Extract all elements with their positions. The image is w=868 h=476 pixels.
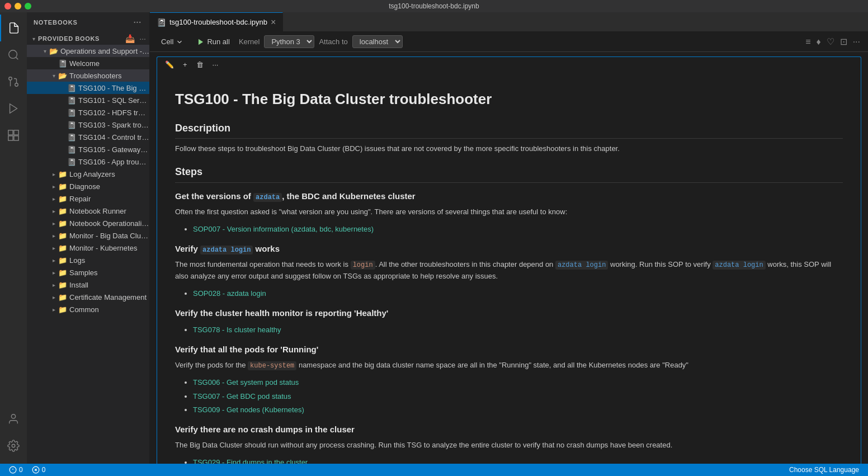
- activity-search[interactable]: [0, 41, 27, 68]
- cell-edit-btn[interactable]: ✏️: [162, 59, 177, 70]
- step3-heading: Verify the cluster health monitor is rep…: [175, 307, 843, 320]
- cell-delete-btn[interactable]: 🗑: [193, 59, 207, 70]
- sidebar-item-tsg106[interactable]: 📓 TSG106 - App troubleshoo...: [27, 155, 149, 168]
- description-heading: Description: [175, 120, 843, 139]
- kernel-select[interactable]: Python 3: [264, 35, 314, 48]
- run-all-btn[interactable]: Run all: [192, 36, 234, 48]
- sidebar-item-monitor-bdc[interactable]: 📁 Monitor - Big Data Cluster: [27, 229, 149, 242]
- cell-btn[interactable]: Cell: [157, 36, 188, 48]
- common-label: Common: [69, 305, 149, 314]
- sop028-link[interactable]: SOP028 - azdata login: [193, 289, 266, 298]
- sidebar-item-tsg103[interactable]: 📓 TSG103 - Spark troubleshoo...: [27, 119, 149, 131]
- sidebar-item-welcome[interactable]: 📓 Welcome: [27, 57, 149, 69]
- tsg009-link[interactable]: TSG009 - Get nodes (Kubernetes): [193, 406, 304, 414]
- sidebar-item-tsg102[interactable]: 📓 TSG102 - HDFS troubleshoo...: [27, 106, 149, 119]
- status-language[interactable]: Choose SQL Language: [785, 466, 864, 474]
- tsg007-link[interactable]: TSG007 - Get BDC pod status: [193, 392, 291, 400]
- sidebar-item-install[interactable]: 📁 Install: [27, 279, 149, 291]
- svg-rect-9: [14, 136, 18, 140]
- step3-links: TSG078 - Is cluster healthy: [193, 324, 843, 336]
- warning-count: 0: [19, 466, 23, 474]
- sidebar-provided-books-header[interactable]: PROVIDED BOOKS 📥 ···: [27, 32, 149, 45]
- activity-extensions[interactable]: [0, 122, 27, 149]
- tab-bar: 📓 tsg100-troubleshoot-bdc.ipynb ×: [150, 12, 868, 32]
- sidebar-item-notebook-runner[interactable]: 📁 Notebook Runner: [27, 205, 149, 217]
- sop007-link[interactable]: SOP007 - Version information (azdata, bd…: [193, 225, 374, 233]
- activity-bar: [0, 12, 27, 464]
- tsg100-label: TSG100 - The Big Data Clu...: [78, 84, 149, 92]
- tsg078-link[interactable]: TSG078 - Is cluster healthy: [193, 326, 281, 334]
- sidebar-header-icons: ···: [133, 17, 143, 28]
- attach-select[interactable]: localhost: [352, 35, 403, 48]
- tab-tsg100[interactable]: 📓 tsg100-troubleshoot-bdc.ipynb ×: [150, 12, 283, 32]
- activity-account[interactable]: [0, 406, 27, 432]
- svg-point-3: [9, 77, 12, 81]
- sidebar-item-cert-mgmt[interactable]: 📁 Certificate Management: [27, 291, 149, 303]
- sidebar-item-tsg104[interactable]: 📓 TSG104 - Control troubles...: [27, 131, 149, 143]
- monitor-bdc-arrow: [49, 233, 58, 239]
- toolbar-filter-btn[interactable]: ≡: [804, 36, 812, 48]
- log-analyzers-label: Log Analyzers: [69, 170, 149, 178]
- folder-diagnose-icon: 📁: [58, 182, 67, 191]
- sidebar-item-log-analyzers[interactable]: 📁 Log Analyzers: [27, 168, 149, 180]
- status-warnings[interactable]: 0: [4, 466, 27, 474]
- sidebar-item-monitor-k8s[interactable]: 📁 Monitor - Kubernetes: [27, 242, 149, 254]
- folder-monitor-k8s-icon: 📁: [58, 244, 67, 252]
- toolbar-more-btn[interactable]: ···: [852, 36, 861, 48]
- minimize-traffic-light[interactable]: [15, 3, 21, 10]
- sidebar-item-tsg100[interactable]: 📓 TSG100 - The Big Data Clu...: [27, 82, 149, 94]
- activity-files[interactable]: [0, 15, 27, 41]
- toolbar-split-btn[interactable]: ⊡: [839, 35, 848, 48]
- step4-body: Verify the pods for the kube-system name…: [175, 360, 843, 371]
- sidebar-item-tsg105[interactable]: 📓 TSG105 - Gateway trouble...: [27, 143, 149, 155]
- sidebar-item-logs[interactable]: 📁 Logs: [27, 254, 149, 266]
- toolbar-heart-btn[interactable]: ♡: [825, 35, 836, 48]
- sidebar-item-diagnose[interactable]: 📁 Diagnose: [27, 180, 149, 192]
- folder-open-icon: 📂: [49, 47, 58, 55]
- step1-links: SOP007 - Version information (azdata, bd…: [193, 224, 843, 235]
- step2-body: The most fundemental operation that need…: [175, 259, 843, 282]
- notebook-main-cell: TSG100 - The Big Data Cluster troublesho…: [157, 72, 861, 464]
- sidebar-item-common[interactable]: 📁 Common: [27, 303, 149, 315]
- notebook-tsg103-icon: 📓: [67, 121, 76, 129]
- cell-more-btn[interactable]: ···: [209, 59, 222, 70]
- status-errors[interactable]: 0: [27, 466, 50, 474]
- cell-add-btn[interactable]: +: [180, 59, 191, 70]
- notebook-icon-welcome: 📓: [58, 59, 67, 68]
- sidebar-item-repair[interactable]: 📁 Repair: [27, 192, 149, 205]
- sidebar-item-tsg101[interactable]: 📓 TSG101 - SQL Server troub...: [27, 94, 149, 106]
- add-book-btn[interactable]: 📥: [124, 33, 136, 44]
- app-container: NOTEBOOKS ··· PROVIDED BOOKS 📥 ··· 📂 Ope…: [0, 12, 868, 464]
- activity-source-control[interactable]: [0, 68, 27, 95]
- repair-label: Repair: [69, 195, 149, 203]
- sidebar-more-btn[interactable]: ···: [133, 17, 143, 28]
- activity-settings[interactable]: [0, 432, 27, 459]
- common-arrow: [49, 307, 58, 313]
- tsg104-label: TSG104 - Control troubles...: [78, 133, 149, 142]
- more-books-btn[interactable]: ···: [138, 33, 147, 44]
- notebook-tsg104-icon: 📓: [67, 133, 76, 142]
- tab-close-btn[interactable]: ×: [271, 18, 276, 27]
- steps-heading: Steps: [175, 164, 843, 183]
- tsg029-link[interactable]: TSG029 - Find dumps in the cluster: [193, 458, 308, 464]
- tsg006-link[interactable]: TSG006 - Get system pod status: [193, 378, 299, 387]
- nb-ops-label: Notebook Operationalization: [69, 219, 149, 228]
- sidebar-item-nb-ops[interactable]: 📁 Notebook Operationalization: [27, 217, 149, 229]
- toolbar-bookmark-btn[interactable]: ♦: [815, 36, 822, 48]
- login-code-1: login: [351, 261, 375, 270]
- folder-samples-icon: 📁: [58, 268, 67, 277]
- svg-marker-5: [10, 104, 17, 114]
- svg-point-10: [11, 414, 15, 418]
- sidebar-item-ops-support[interactable]: 📂 Operations and Support - SQL...: [27, 45, 149, 57]
- notebook-content[interactable]: ✏️ + 🗑 ··· TSG100 - The Big Data Cluster…: [150, 52, 868, 464]
- folder-log-analyzers-icon: 📁: [58, 170, 67, 178]
- sidebar-item-troubleshooters[interactable]: 📂 Troubleshooters: [27, 69, 149, 82]
- maximize-traffic-light[interactable]: [25, 3, 31, 10]
- sidebar-item-samples[interactable]: 📁 Samples: [27, 266, 149, 279]
- close-traffic-light[interactable]: [4, 3, 11, 10]
- notebook-tsg106-icon: 📓: [67, 158, 76, 166]
- activity-debug[interactable]: [0, 95, 27, 122]
- sidebar-content[interactable]: PROVIDED BOOKS 📥 ··· 📂 Operations and Su…: [27, 32, 149, 464]
- window-title: tsg100-troubleshoot-bdc.ipynb: [389, 2, 479, 10]
- content-area: 📓 tsg100-troubleshoot-bdc.ipynb × Cell R…: [150, 12, 868, 464]
